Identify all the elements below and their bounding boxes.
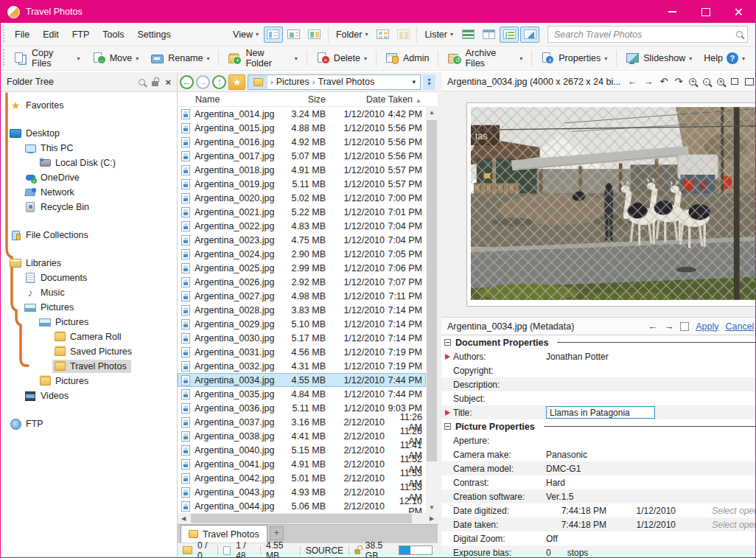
lister-dual-button[interactable] [479, 27, 498, 43]
slideshow-button[interactable]: Slideshow▾ [620, 49, 698, 68]
metadata-row-creation-software-[interactable]: Creation software:Ver.1.5 [441, 489, 756, 503]
file-row-argentina-0027-jpg[interactable]: Argentina_0027.jpg4.98 MB1/12/20107:11 P… [178, 289, 426, 303]
horizontal-scrollbar[interactable]: ◀ ▶ [178, 513, 438, 524]
toolbar-grip[interactable] [2, 49, 6, 67]
apply-checkbox[interactable] [680, 322, 689, 331]
fit-to-window-icon[interactable] [731, 78, 738, 85]
metadata-row-digital-zoom-[interactable]: Digital Zoom:Off [441, 531, 756, 545]
thumbnails-view-button[interactable] [284, 27, 304, 43]
menu-tools[interactable]: Tools [96, 26, 130, 43]
metadata-row-date-taken-[interactable]: Date taken:7:44:18 PM1/12/2010Select ope… [441, 517, 756, 531]
source-indicator[interactable]: SOURCE [306, 545, 343, 556]
next-image-icon[interactable]: → [644, 77, 654, 86]
column-header-date-taken[interactable]: Date Taken▲ [326, 94, 426, 105]
details-view-button[interactable] [264, 27, 283, 43]
file-row-argentina-0014-jpg[interactable]: Argentina_0014.jpg3.24 MB1/12/20104:42 P… [178, 107, 426, 121]
search-icon[interactable] [736, 31, 743, 38]
sidebar-item-ftp[interactable]: FTP [1, 416, 177, 431]
close-button[interactable]: ✕ [722, 1, 755, 23]
metadata-row-exposure-bias-[interactable]: Exposure bias:0stops [441, 545, 756, 557]
previous-image-icon[interactable]: ← [628, 77, 637, 86]
metadata-row-title-[interactable]: Title:Llamas in Patagonia [441, 405, 756, 419]
metadata-row-subject-[interactable]: Subject: [441, 391, 756, 405]
tree-lock-icon[interactable] [152, 81, 158, 86]
lister-viewer-button[interactable] [520, 27, 539, 43]
file-row-argentina-0028-jpg[interactable]: Argentina_0028.jpg3.83 MB1/12/20107:14 P… [178, 303, 426, 317]
breadcrumb-segment-pictures[interactable]: Pictures [276, 77, 309, 87]
metadata-row-camera-model-[interactable]: Camera model:DMC-G1 [441, 461, 756, 475]
toolbar-grip[interactable] [2, 26, 6, 43]
metadata-time[interactable]: 7:44:18 PM [546, 520, 606, 530]
breadcrumb[interactable]: › Pictures›Travel Photos ▾ [248, 74, 421, 90]
title-input[interactable]: Llamas in Patagonia [546, 406, 655, 419]
sidebar-item-pictures[interactable]: Pictures [1, 315, 177, 329]
folder-menu-button[interactable]: Folder▾ [332, 29, 372, 40]
search-input[interactable] [553, 29, 736, 41]
metadata-operation-hint[interactable]: Select operation [712, 506, 756, 516]
zoom-reset-icon[interactable]: × [717, 78, 724, 86]
breadcrumb-segment-travel-photos[interactable]: Travel Photos [318, 77, 375, 87]
unlock-icon[interactable] [354, 549, 360, 554]
current-folder-icon[interactable] [248, 75, 267, 89]
menu-ftp[interactable]: FTP [66, 26, 97, 43]
metadata-row-contrast-[interactable]: Contrast:Hard [441, 475, 756, 489]
file-row-argentina-0044-jpg[interactable]: Argentina_0044.jpg5.06 MB2/12/201012:10 … [178, 499, 426, 513]
file-row-argentina-0022-jpg[interactable]: Argentina_0022.jpg4.83 MB1/12/20107:04 P… [178, 219, 426, 233]
admin-button[interactable]: Admin [379, 49, 435, 68]
rotate-right-icon[interactable]: ↷ [675, 77, 683, 86]
scrollbar-thumb[interactable] [427, 120, 437, 461]
full-size-icon[interactable] [745, 78, 754, 86]
up-button[interactable]: ↑ [212, 75, 226, 89]
rotate-left-icon[interactable]: ↶ [660, 77, 668, 86]
metadata-row-aperture-[interactable]: Aperture: [441, 433, 756, 447]
new-folder-button[interactable]: New Folder▾ [222, 49, 303, 68]
metadata-next-icon[interactable]: → [664, 321, 673, 331]
collapse-icon[interactable] [444, 339, 451, 346]
column-header-size[interactable]: Size [279, 94, 326, 105]
file-row-argentina-0023-jpg[interactable]: Argentina_0023.jpg4.75 MB1/12/20107:04 P… [178, 233, 426, 247]
menu-edit[interactable]: Edit [36, 26, 66, 43]
sidebar-item-favorites[interactable]: Favorites [1, 98, 177, 113]
path-dropdown-icon[interactable]: ▾ [407, 78, 420, 86]
sidebar-item-recycle-bin[interactable]: Recycle Bin [1, 200, 177, 215]
vertical-scrollbar[interactable]: ▲ ▼ [426, 107, 438, 513]
file-row-argentina-0024-jpg[interactable]: Argentina_0024.jpg2.90 MB1/12/20107:05 P… [178, 247, 426, 261]
scrollbar-thumb[interactable] [191, 514, 412, 523]
lister-tree-button[interactable] [500, 27, 519, 43]
sidebar-item-onedrive[interactable]: OneDrive [1, 170, 177, 185]
scroll-left-icon[interactable]: ◀ [178, 515, 189, 522]
help-button[interactable]: Help▾ [698, 49, 751, 68]
new-tab-button[interactable]: + [270, 526, 284, 540]
image-viewer[interactable]: tas [441, 91, 756, 318]
collapse-icon[interactable] [444, 423, 451, 430]
metadata-prev-icon[interactable]: ← [648, 321, 657, 331]
zoom-out-icon[interactable]: - [703, 78, 710, 86]
file-row-argentina-0019-jpg[interactable]: Argentina_0019.jpg5.11 MB1/12/20105:57 P… [178, 177, 426, 191]
file-row-argentina-0026-jpg[interactable]: Argentina_0026.jpg2.92 MB1/12/20107:07 P… [178, 275, 426, 289]
metadata-time[interactable]: 7:44:18 PM [546, 506, 606, 516]
scroll-up-icon[interactable]: ▲ [426, 107, 438, 118]
file-row-argentina-0020-jpg[interactable]: Argentina_0020.jpg5.02 MB1/12/20107:00 P… [178, 191, 426, 205]
path-expand-icon[interactable]: ▼▼ [423, 74, 435, 90]
sidebar-item-camera-roll[interactable]: Camera Roll [1, 329, 177, 344]
file-row-argentina-0031-jpg[interactable]: Argentina_0031.jpg4.56 MB1/12/20107:19 P… [178, 345, 426, 359]
sidebar-item-this-pc[interactable]: This PC [1, 141, 177, 156]
sidebar-item-pictures[interactable]: Pictures [1, 300, 177, 315]
file-row-argentina-0025-jpg[interactable]: Argentina_0025.jpg2.99 MB1/12/20107:06 P… [178, 261, 426, 275]
metadata-date[interactable]: 1/12/2010 [606, 506, 676, 516]
metadata-row-camera-make-[interactable]: Camera make:Panasonic [441, 447, 756, 461]
tiles-view-button[interactable] [305, 27, 324, 43]
tree-close-icon[interactable]: × [165, 77, 171, 87]
file-row-argentina-0018-jpg[interactable]: Argentina_0018.jpg4.91 MB1/12/20105:57 P… [178, 163, 426, 177]
file-row-argentina-0035-jpg[interactable]: Argentina_0035.jpg4.84 MB1/12/20107:44 P… [178, 387, 426, 401]
sidebar-item-desktop[interactable]: Desktop [1, 126, 177, 141]
metadata-row-date-digitized-[interactable]: Date digitized:7:44:18 PM1/12/2010Select… [441, 503, 756, 517]
file-row-argentina-0030-jpg[interactable]: Argentina_0030.jpg5.17 MB1/12/20107:14 P… [178, 331, 426, 345]
sidebar-item-travel-photos[interactable]: Travel Photos [1, 359, 177, 374]
copy-files-button[interactable]: Copy Files▾ [8, 49, 86, 68]
zoom-in-icon[interactable]: + [689, 78, 696, 86]
maximize-button[interactable] [689, 1, 722, 23]
sidebar-item-documents[interactable]: Documents [1, 271, 177, 285]
metadata-operation-hint[interactable]: Select operation [712, 520, 756, 530]
file-row-argentina-0034-jpg[interactable]: Argentina_0034.jpg4.55 MB1/12/20107:44 P… [178, 373, 426, 387]
